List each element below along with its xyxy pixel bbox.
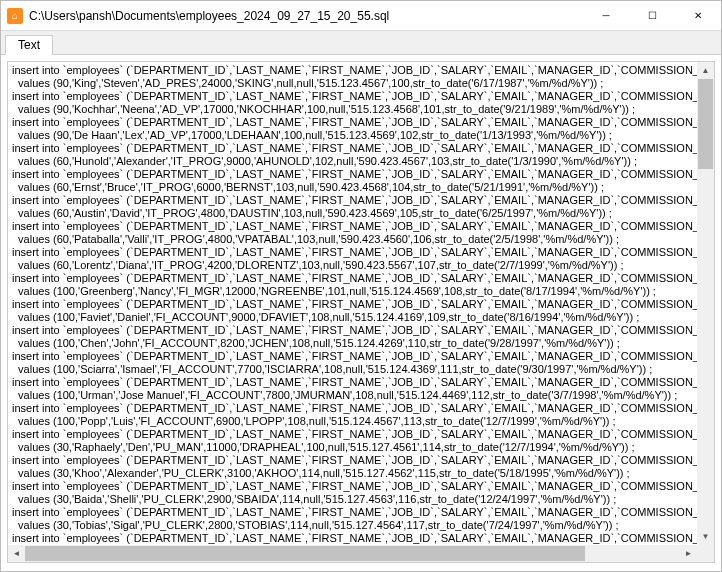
minimize-button[interactable]: ─ <box>583 1 629 30</box>
scroll-down-icon[interactable]: ▼ <box>697 528 714 545</box>
horizontal-scrollbar[interactable]: ◄ ► <box>8 545 697 562</box>
sql-text-content[interactable]: insert into `employees` (`DEPARTMENT_ID`… <box>8 62 697 545</box>
close-button[interactable]: ✕ <box>675 1 721 30</box>
scroll-corner <box>697 545 714 562</box>
content-area: insert into `employees` (`DEPARTMENT_ID`… <box>7 61 715 563</box>
tab-bar: Text <box>1 31 721 55</box>
tab-text[interactable]: Text <box>5 35 53 55</box>
app-icon: ⌂ <box>7 8 23 24</box>
scroll-track-v[interactable] <box>697 79 714 528</box>
titlebar: ⌂ C:\Users\pansh\Documents\employees_202… <box>1 1 721 31</box>
scroll-left-icon[interactable]: ◄ <box>8 545 25 562</box>
window-controls: ─ ☐ ✕ <box>583 1 721 30</box>
maximize-button[interactable]: ☐ <box>629 1 675 30</box>
scroll-track-h[interactable] <box>25 545 680 562</box>
window-title: C:\Users\pansh\Documents\employees_2024_… <box>29 9 583 23</box>
scroll-thumb-h[interactable] <box>25 546 585 561</box>
vertical-scrollbar[interactable]: ▲ ▼ <box>697 62 714 545</box>
scroll-thumb-v[interactable] <box>698 79 713 169</box>
scroll-right-icon[interactable]: ► <box>680 545 697 562</box>
scroll-up-icon[interactable]: ▲ <box>697 62 714 79</box>
